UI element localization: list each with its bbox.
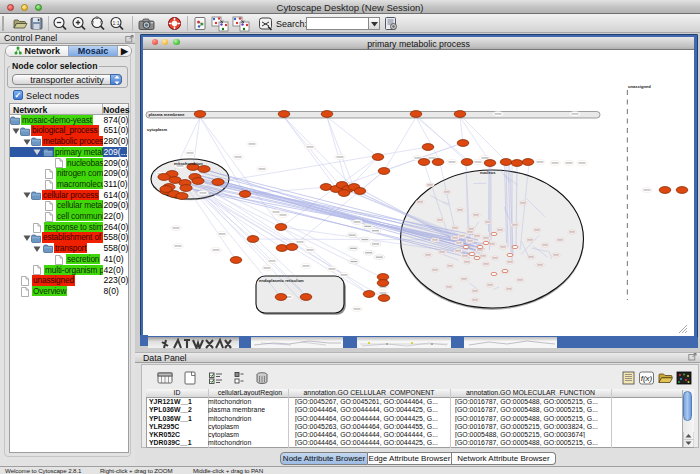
svg-text:f(x): f(x) xyxy=(641,374,653,383)
svg-text:1:1: 1:1 xyxy=(113,20,120,26)
